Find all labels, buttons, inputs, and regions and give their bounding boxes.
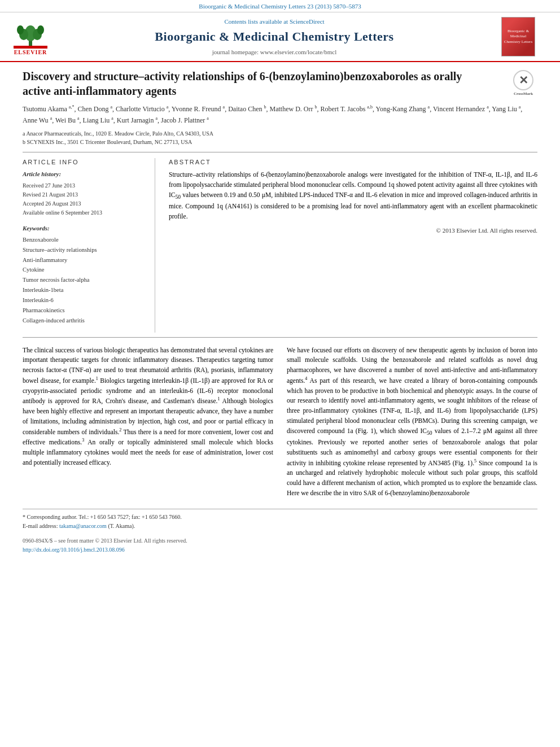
keyword-8: Pharmacokinetics [23, 305, 141, 316]
journal-homepage: journal homepage: www.elsevier.com/locat… [47, 48, 501, 56]
affiliations-block: a Anacor Pharmaceuticals, Inc., 1020 E. … [23, 129, 537, 146]
keywords-block: Keywords: Benzoxaborole Structure–activi… [23, 224, 141, 326]
crossmark-circle: ✕ [513, 70, 533, 90]
footnotes-section: * Corresponding author. Tel.: +1 650 543… [23, 509, 537, 554]
keyword-2: Structure–activity relationships [23, 245, 141, 255]
contents-text: Contents lists available at [224, 18, 288, 25]
svg-point-5 [37, 25, 44, 34]
journal-header-center: Contents lists available at ScienceDirec… [47, 18, 501, 57]
abstract-text: Structure–activity relationships of 6-(b… [169, 170, 537, 221]
email-footnote: E-mail address: takama@anacor.com (T. Ak… [23, 522, 537, 531]
keyword-5: Tumor necrosis factor-alpha [23, 275, 141, 285]
keyword-6: Interleukin-1beta [23, 285, 141, 295]
elsevier-name: ELSEVIER [14, 49, 47, 56]
svg-point-4 [17, 25, 24, 34]
email-link[interactable]: takama@anacor.com [59, 523, 107, 529]
elsevier-logo: ELSEVIER [14, 18, 47, 56]
bmcl-cover-image: Bioorganic & Medicinal Chemistry Letters [501, 17, 535, 56]
keywords-label: Keywords: [23, 224, 141, 233]
journal-title: Bioorganic & Medicinal Chemistry Letters [47, 28, 501, 46]
journal-citation-bar: Bioorganic & Medicinal Chemistry Letters… [0, 0, 560, 12]
elsevier-tree-icon [14, 18, 47, 49]
sciencedirect-line: Contents lists available at ScienceDirec… [47, 18, 501, 26]
article-title: Discovery and structure–activity relatio… [23, 70, 462, 97]
affiliation-a: a Anacor Pharmaceuticals, Inc., 1020 E. … [23, 129, 537, 138]
history-label: Article history: [23, 170, 141, 178]
copyright-notice: © 2013 Elsevier Ltd. All rights reserved… [169, 226, 537, 235]
corresponding-author: * Corresponding author. Tel.: +1 650 543… [23, 513, 537, 522]
body-divider [23, 337, 537, 338]
keyword-3: Anti-inflammatory [23, 255, 141, 265]
keyword-9: Collagen-induced arthritis [23, 316, 141, 326]
authors-text: Tsutomu Akama a,*, Chen Dong a, Charlott… [23, 105, 522, 124]
abstract-label: ABSTRACT [169, 158, 537, 167]
issn-block: 0960-894X/$ – see front matter © 2013 El… [23, 536, 537, 554]
divider [23, 152, 537, 152]
body-left-col: The clinical success of various biologic… [23, 346, 273, 503]
doi-link: http://dx.doi.org/10.1016/j.bmcl.2013.08… [23, 545, 537, 554]
body-right-col: We have focused our efforts on discovery… [287, 346, 537, 503]
body-two-col: The clinical success of various biologic… [23, 346, 537, 503]
citation-text: Bioorganic & Medicinal Chemistry Letters… [199, 3, 361, 10]
article-info-col: ARTICLE INFO Article history: Received 2… [23, 158, 141, 333]
info-abstract-section: ARTICLE INFO Article history: Received 2… [23, 158, 537, 333]
doi-url[interactable]: http://dx.doi.org/10.1016/j.bmcl.2013.08… [23, 547, 125, 553]
available-online-date: Available online 6 September 2013 [23, 208, 141, 217]
email-suffix: (T. Akama). [108, 523, 135, 529]
article-title-block: Discovery and structure–activity relatio… [23, 69, 537, 98]
affiliation-b: b SCYNEXIS Inc., 3501 C Tricenter Boulev… [23, 138, 537, 146]
received-date: Received 27 June 2013 [23, 181, 141, 190]
article-info-label: ARTICLE INFO [23, 158, 141, 167]
main-content: Discovery and structure–activity relatio… [0, 62, 560, 565]
crossmark-label: CrossMark [514, 91, 533, 97]
body-left-para1: The clinical success of various biologic… [23, 346, 273, 468]
authors-line: Tsutomu Akama a,*, Chen Dong a, Charlott… [23, 104, 537, 125]
issn-text: 0960-894X/$ – see front matter © 2013 El… [23, 536, 537, 545]
keyword-4: Cytokine [23, 265, 141, 275]
journal-thumbnail: Bioorganic & Medicinal Chemistry Letters [501, 17, 546, 56]
body-right-para1: We have focused our efforts on discovery… [287, 346, 537, 499]
accepted-date: Accepted 26 August 2013 [23, 199, 141, 208]
keyword-1: Benzoxaborole [23, 235, 141, 245]
crossmark-icon: ✕ [519, 73, 528, 88]
keywords-list: Benzoxaborole Structure–activity relatio… [23, 235, 141, 326]
vertical-divider [155, 158, 155, 333]
history-block: Article history: Received 27 June 2013 R… [23, 170, 141, 217]
keyword-7: Interleukin-6 [23, 295, 141, 305]
abstract-col: ABSTRACT Structure–activity relationship… [169, 158, 537, 333]
journal-header: ELSEVIER Contents lists available at Sci… [0, 12, 560, 62]
sciencedirect-link-text[interactable]: ScienceDirect [290, 18, 325, 25]
body-section: The clinical success of various biologic… [23, 346, 537, 503]
revised-date: Revised 21 August 2013 [23, 190, 141, 199]
email-label: E-mail address: [23, 523, 59, 529]
crossmark-badge[interactable]: ✕ CrossMark [509, 69, 537, 97]
